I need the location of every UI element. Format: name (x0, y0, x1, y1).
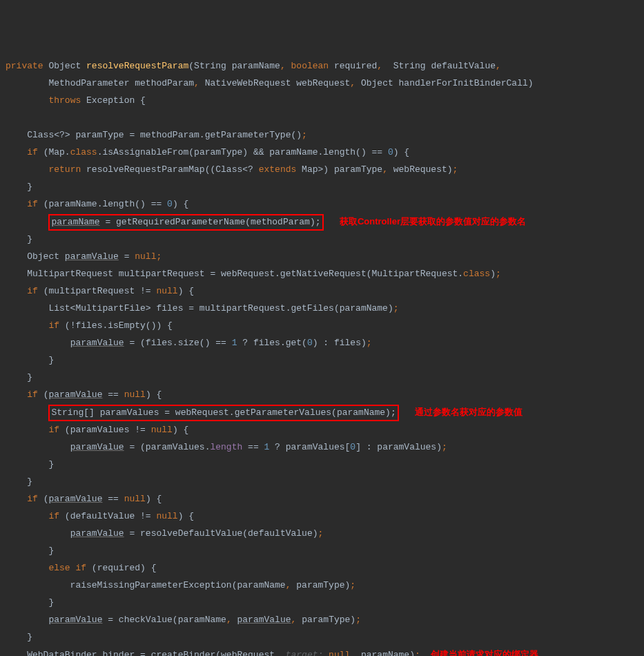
var-paramvalue: paramValue (70, 338, 124, 348)
code: (multipartRequest != (38, 286, 157, 296)
code: = checkValue(paramName (102, 615, 226, 625)
brace-close: } (6, 632, 32, 642)
var-paramvalue: paramValue (48, 389, 102, 400)
highlight-box-2: String[] paramValues = webRequest.getPar… (48, 405, 398, 421)
brace-close: } (6, 597, 54, 608)
code: = (119, 251, 135, 262)
param-hint-target: target: (280, 650, 329, 656)
comma: , (350, 650, 355, 656)
code: (Map. (38, 147, 70, 157)
comma: , (377, 61, 382, 71)
code: ) { (178, 286, 194, 296)
code: raiseMissingParameterException(paramName (6, 580, 286, 590)
brace-close: } (6, 372, 32, 383)
number-zero: 0 (307, 338, 313, 348)
code: (defaultValue != (59, 511, 156, 521)
comma: , (382, 164, 388, 175)
code: ) { (393, 147, 409, 157)
code: ) { (178, 511, 194, 521)
highlight-box-1: paramName = getRequiredParameterName(met… (48, 214, 323, 231)
annotation-2: 通过参数名获对应的参数值 (415, 407, 523, 417)
keyword-null: null (124, 494, 146, 504)
keyword-class: class (70, 147, 97, 157)
code: ) : files) (313, 338, 367, 348)
params-1: (String paramName (188, 61, 280, 71)
semi: ; (156, 251, 162, 262)
keyword-null: null (329, 650, 350, 656)
code: String[] paramValues = webRequest.getPar… (51, 407, 396, 418)
code: WebDataBinder binder = createBinder(webR… (6, 650, 275, 656)
code: ] : paramValues) (355, 442, 442, 452)
params-2a: MethodParameter methodParam (48, 78, 194, 88)
var-paramvalue: paramValue (48, 494, 102, 504)
keyword-null: null (151, 425, 173, 435)
line-paramtype: Class<?> paramType = methodParam.getPara… (6, 130, 302, 140)
code: ? files.get( (237, 338, 306, 348)
semi: ; (453, 164, 458, 175)
number-zero: 0 (167, 199, 173, 209)
code: ) { (146, 494, 162, 504)
brace-close: } (6, 476, 32, 487)
params-2b: NativeWebRequest webRequest (199, 78, 350, 88)
var-paramvalue: paramValue (65, 251, 119, 262)
keyword-throws: throws (48, 95, 81, 106)
annotation-3: 创建当前请求对应的绑定器 (431, 649, 538, 656)
code: ) { (146, 389, 162, 400)
code: ( (38, 389, 49, 400)
semi: ; (302, 130, 307, 140)
comma: , (496, 61, 501, 71)
code: ) (490, 269, 496, 279)
keyword-boolean: boolean (291, 61, 329, 71)
var-paramvalue: paramValue (70, 442, 124, 452)
params-2c: Object handlerForInitBinderCall) (355, 78, 533, 88)
keyword-null: null (156, 511, 177, 521)
code: Object (6, 251, 65, 262)
code: webRequest) (388, 164, 453, 175)
var-paramvalue: paramValue (70, 528, 124, 539)
param-default: String defaultValue (382, 61, 496, 71)
code: (!files.isEmpty()) { (59, 320, 173, 331)
code: Map>) paramType (296, 164, 382, 175)
semi: ; (350, 580, 355, 590)
semi: ; (355, 615, 361, 625)
code: ) { (173, 199, 188, 209)
code: MultipartRequest multipartRequest = webR… (6, 269, 463, 279)
brace-close: } (6, 546, 54, 556)
annotation-1: 获取Controller层要获取的参数值对应的参数名 (340, 216, 526, 226)
code: = (paramValues. (124, 442, 211, 452)
code: (paramName.length() == (38, 199, 167, 209)
code: == (102, 389, 124, 400)
keyword-if: if (48, 511, 59, 521)
brace-close: } (6, 459, 54, 470)
keyword-if: if (48, 425, 59, 435)
brace-close: } (6, 355, 54, 365)
keyword-if: if (27, 389, 38, 400)
brace-close: } (6, 234, 32, 244)
type-object: Object (48, 61, 81, 71)
code: = getRequiredParameterName(methodParam); (100, 217, 321, 227)
code-block: private Object resolveRequestParam(Strin… (6, 57, 638, 656)
keyword-if: if (48, 320, 59, 331)
code: = (files.size() == (124, 338, 232, 348)
semi: ; (367, 338, 372, 348)
code: (paramValues != (59, 425, 151, 435)
code: paramName) (355, 650, 415, 656)
number-zero: 0 (350, 442, 355, 452)
code: ( (38, 494, 49, 504)
number-zero: 0 (388, 147, 393, 157)
method-name: resolveRequestParam (86, 61, 188, 71)
keyword-else: else (48, 563, 70, 573)
keyword-null: null (135, 251, 156, 262)
semi: ; (442, 442, 447, 452)
comma: , (275, 650, 280, 656)
prop-length: length (210, 442, 242, 452)
code: resolveRequestParamMap((Class<? (81, 164, 258, 175)
semi: ; (393, 303, 399, 313)
semi: ; (496, 269, 501, 279)
var-paramvalue: paramValue (237, 615, 291, 625)
keyword-private: private (6, 61, 43, 71)
code: (required) { (86, 563, 156, 573)
comma: , (350, 78, 355, 88)
brace-close: } (6, 182, 32, 192)
code: List<MultipartFile> files = multipartReq… (6, 303, 393, 313)
